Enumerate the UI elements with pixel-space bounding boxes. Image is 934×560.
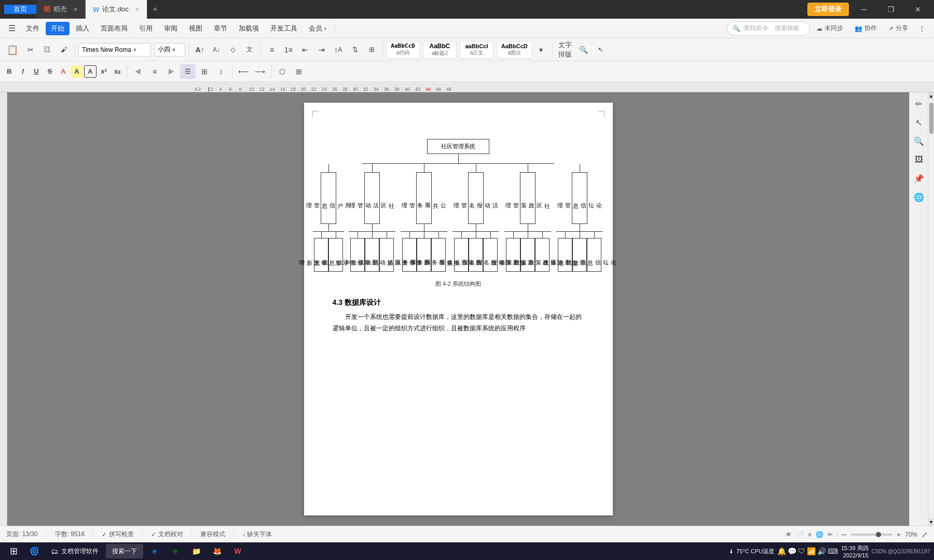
align-right-button[interactable]: ⫸ <box>163 64 179 79</box>
collab-button[interactable]: 👥 协作 <box>849 22 882 35</box>
column-layout-button[interactable]: ⊞ <box>197 64 212 79</box>
scroll-down-button[interactable]: ▼ <box>928 519 934 526</box>
menu-member[interactable]: 会员 › <box>304 22 332 35</box>
right-scroll[interactable]: ▲ ▼ <box>928 92 934 526</box>
pin-icon[interactable]: 📌 <box>912 171 926 186</box>
view-icon-eye[interactable]: 👁 <box>786 531 792 538</box>
tab-document[interactable]: W 论文.doc ✕ <box>86 0 147 19</box>
style-card-heading2[interactable]: AaBbC a标题2 <box>423 41 457 59</box>
style-card-caption[interactable]: AaBbCcD a图注 <box>497 41 532 59</box>
style-card-body[interactable]: aaBbCcI a正文 <box>460 41 493 59</box>
edit-tool-icon[interactable]: ✏ <box>912 96 926 111</box>
zoom-out-button[interactable]: ─ <box>842 530 847 539</box>
taskbar-ie1[interactable]: e <box>145 544 164 558</box>
scroll-up-button[interactable]: ▲ <box>928 92 934 100</box>
section-43-text[interactable]: 开发一个系统也需要提前设计数据库，这里的数据库是相关数据的集合，存储在一起的逻辑… <box>333 312 584 334</box>
menu-view[interactable]: 视图 <box>184 22 208 35</box>
globe-icon[interactable]: 🌐 <box>912 190 926 204</box>
tab-doc-close-icon[interactable]: ✕ <box>135 6 140 13</box>
taskbar-ie2[interactable]: e <box>166 544 185 558</box>
more-options-button[interactable]: ⋮ <box>914 21 930 36</box>
decrease-font-button[interactable]: A↓ <box>209 43 224 57</box>
image-tool-icon[interactable]: 🖼 <box>912 152 926 167</box>
font-size-selector[interactable]: 小四 ▾ <box>154 43 185 57</box>
text-dir-button[interactable]: ⇅ <box>347 43 363 57</box>
list-button[interactable]: ≡ <box>264 43 280 57</box>
font-name-selector[interactable]: Times New Roma ▾ <box>78 43 151 57</box>
subscript-button[interactable]: x₂ <box>111 65 123 78</box>
tab-daoke[interactable]: 稻 稻壳 ✕ <box>36 0 86 19</box>
menu-chapter[interactable]: 章节 <box>209 22 232 35</box>
scroll-thumb[interactable] <box>929 103 933 134</box>
cut-button[interactable]: ✂ <box>23 43 38 57</box>
search-box[interactable]: 🔍 查找命令、搜索模板 <box>727 21 810 36</box>
outdent-button[interactable]: ⇤ <box>297 43 313 57</box>
line-spacing-button[interactable]: ↕ <box>213 64 229 79</box>
indent-more-button[interactable]: ⟶ <box>252 64 268 79</box>
share-button[interactable]: ↗ 分享 <box>883 22 913 35</box>
char-border-button[interactable]: A <box>84 65 97 78</box>
find-replace-button[interactable]: 🔍 <box>575 43 592 57</box>
menu-page-layout[interactable]: 页面布局 <box>95 22 133 35</box>
strikethrough-button[interactable]: S <box>44 65 56 78</box>
table-border-button[interactable]: ⊞ <box>291 64 307 79</box>
menu-addons[interactable]: 加载项 <box>233 22 264 35</box>
shapes-button[interactable]: ⬡ <box>274 64 290 79</box>
taskbar-file-manager[interactable]: 🗂 文档管理软件 <box>46 544 104 558</box>
font-color-button[interactable]: A <box>57 65 70 78</box>
home-tab[interactable]: 首页 <box>4 5 36 14</box>
menu-start[interactable]: 开始 <box>46 22 70 35</box>
select-button[interactable]: ↖ <box>593 43 609 57</box>
minimize-button[interactable]: ─ <box>852 0 876 19</box>
align-center-button[interactable]: ≡ <box>147 64 162 79</box>
menu-dev-tools[interactable]: 开发工具 <box>265 22 303 35</box>
restore-button[interactable]: ❐ <box>879 0 903 19</box>
doc-scroll[interactable]: 社区管理系统 用户信息管理 <box>7 92 909 526</box>
bold-button[interactable]: B <box>3 65 16 78</box>
taskbar-search[interactable]: 搜索一下 <box>106 544 143 558</box>
taskbar-folder[interactable]: 📁 <box>187 544 205 558</box>
taskbar-firefox[interactable]: 🦊 <box>208 544 226 558</box>
justify-button[interactable]: ☰ <box>180 64 196 79</box>
numbered-list-button[interactable]: 1≡ <box>281 43 296 57</box>
menu-review[interactable]: 审阅 <box>159 22 183 35</box>
cursor-tool-icon[interactable]: ↖ <box>912 115 926 130</box>
taskbar-wps[interactable]: W <box>228 544 247 558</box>
highlight-color-button[interactable]: A <box>71 65 83 78</box>
format-painter-button[interactable]: 🖌 <box>56 43 72 57</box>
paste-button[interactable]: 📋 <box>3 40 22 59</box>
text-format-button[interactable]: 文字排版 <box>556 43 574 57</box>
zoom-in-button[interactable]: + <box>897 530 901 539</box>
column-break-button[interactable]: ⊞ <box>364 43 379 57</box>
login-button[interactable]: 立即登录 <box>807 3 849 16</box>
windows-start-button[interactable]: ⊞ <box>4 544 23 558</box>
sync-button[interactable]: ☁ 未同步 <box>811 22 848 35</box>
missing-font[interactable]: ↓ 缺失字体 <box>242 530 272 539</box>
phonetic-button[interactable]: 文 <box>242 43 257 57</box>
align-left-button[interactable]: ⫷ <box>130 64 146 79</box>
increase-font-button[interactable]: A↑ <box>192 43 208 57</box>
view-icon-list[interactable]: ≡ <box>808 531 812 538</box>
indent-less-button[interactable]: ⟵ <box>236 64 251 79</box>
close-button[interactable]: ✕ <box>906 0 930 19</box>
sort-button[interactable]: ↕A <box>331 43 346 57</box>
add-tab-button[interactable]: + <box>147 5 163 14</box>
tab-close-icon[interactable]: ✕ <box>73 6 78 13</box>
find-icon[interactable]: 🔍 <box>912 134 926 148</box>
view-icon-page[interactable]: 📄 <box>796 531 804 538</box>
indent-button[interactable]: ⇥ <box>314 43 329 57</box>
view-icon-edit[interactable]: ✏ <box>828 531 833 538</box>
style-dropdown-button[interactable]: ▾ <box>533 43 549 57</box>
clear-format-button[interactable]: ◇ <box>225 43 241 57</box>
hamburger-icon[interactable]: ☰ <box>4 21 20 36</box>
menu-references[interactable]: 引用 <box>134 22 158 35</box>
view-icon-globe[interactable]: 🌐 <box>816 531 823 538</box>
underline-button[interactable]: U <box>30 65 43 78</box>
menu-file[interactable]: 文件 <box>21 22 45 35</box>
zoom-slider[interactable] <box>851 534 892 536</box>
taskbar-fan[interactable]: 🌀 <box>25 544 44 558</box>
italic-button[interactable]: I <box>17 65 29 78</box>
doc-check-status[interactable]: ✓ 文档校对 <box>151 530 183 539</box>
spell-check-status[interactable]: ✓ 拼写检查 <box>102 530 134 539</box>
fullscreen-button[interactable]: ⤢ <box>922 530 928 539</box>
